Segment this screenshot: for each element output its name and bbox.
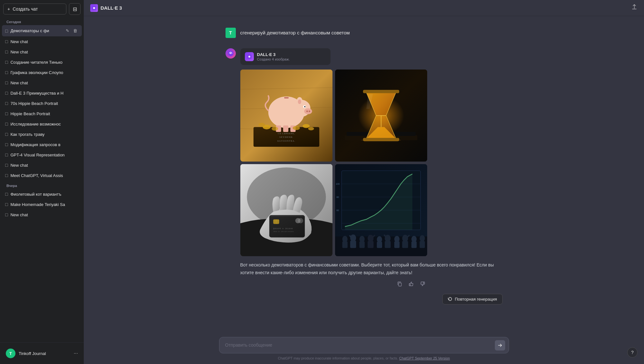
input-wrapper [219,337,509,354]
new-chat-label: Создать чат [13,6,38,12]
generated-image-4[interactable]: 100 80 60 [335,164,427,256]
svg-rect-91 [409,284,410,286]
thumbs-up-button[interactable] [407,280,416,289]
svg-rect-90 [399,283,401,286]
sidebar-item-modif[interactable]: □ Модификация запросов в [2,139,82,150]
svg-rect-85 [419,241,425,248]
regenerate-button[interactable]: Повторная генерация [442,294,503,304]
disclaimer-text: ChatGPT may produce inaccurate informati… [278,356,398,360]
svg-point-30 [308,127,314,130]
assistant-avatar [226,48,236,59]
svg-text:100: 100 [336,183,340,185]
sidebar-item-teriyaki[interactable]: □ Make Homemade Teriyaki Sa [2,199,82,210]
chat-icon: □ [5,212,8,217]
help-button[interactable]: ? [627,347,638,358]
svg-rect-25 [283,126,288,132]
edit-chat-button[interactable]: ✎ [64,28,71,34]
user-profile[interactable]: T Tinkoff Journal ··· [3,346,81,361]
user-menu-button[interactable]: ··· [74,350,78,356]
sidebar-list: Сегодня □ Демотиваторы с фи ✎ 🗑 □ New ch… [0,17,84,342]
svg-point-29 [303,124,310,128]
assistant-message: DALL·E 3 Создано 4 изображ. [219,43,509,294]
chat-icon: □ [5,80,8,85]
section-today-label: Сегодня [2,17,82,25]
chat-icon: □ [5,70,8,75]
sidebar-item-new-1[interactable]: □ New chat [2,36,82,47]
send-button[interactable] [495,340,505,350]
sidebar-item-70s[interactable]: □ 70s Hippie Beach Portrait [2,98,82,108]
chat-item-label: New chat [10,80,79,85]
chat-item-label: New chat [10,212,79,217]
svg-rect-79 [394,241,399,248]
sidebar-item-violet[interactable]: □ Фиолетовый кот вариантъ [2,189,82,199]
sidebar-item-grass[interactable]: □ Как трогать траву [2,129,82,139]
header-title: DALL·E 3 [90,4,122,12]
sidebar-item-grafika[interactable]: □ Графика эволюции Слоупо [2,67,82,78]
sidebar-item-dalle[interactable]: □ Dall-E 3 Преимущества и Н [2,88,82,98]
user-name: Tinkoff Journal [19,351,71,356]
svg-point-1 [93,7,95,9]
sidebar-item-new-5[interactable]: □ New chat [2,210,82,220]
assistant-response-text: Вот несколько демотиваторов с финансовым… [240,261,503,277]
generated-image-1[interactable]: СЕ СБРЕЕРА, SEYDENИ. БАVОONTRА. [240,70,332,162]
chat-icon: □ [5,60,8,65]
new-chat-button[interactable]: + Создать чат [3,4,66,14]
share-button[interactable] [631,4,638,12]
svg-text:60: 60 [336,209,339,212]
sidebar-item-gpt4[interactable]: □ GPT-4 Visual Representation [2,150,82,160]
svg-point-78 [394,236,399,242]
version-link[interactable]: ChatGPT September 25 Version [399,356,450,360]
user-message-inner: T сгенерируй демотиватор с финансовым со… [226,28,503,38]
chat-icon: □ [5,142,8,147]
chat-icon: □ [5,132,8,137]
generated-image-3[interactable]: ДОКАРЛ А 261040 РЯЛОУ 10: НАЯ НАГН НРАТИ… [240,164,332,256]
svg-point-28 [258,123,265,126]
chat-icon: □ [5,39,8,44]
svg-rect-92 [424,282,425,284]
section-yesterday-label: Вчера [2,181,82,189]
svg-point-18 [308,110,310,112]
sidebar-item-new-3[interactable]: □ New chat [2,78,82,88]
svg-rect-69 [350,241,356,248]
svg-rect-77 [385,241,390,248]
sidebar-item-demotivatory[interactable]: □ Демотиваторы с фи ✎ 🗑 [2,25,82,36]
svg-rect-23 [284,97,288,98]
main-header: DALL·E 3 [84,0,644,16]
svg-text:80: 80 [336,196,339,199]
generated-images-grid: СЕ СБРЕЕРА, SEYDENИ. БАVОONTRА. [240,70,427,256]
svg-point-84 [419,235,425,242]
sidebar-item-meet[interactable]: □ Meet ChatGPT, Virtual Assis [2,170,82,181]
delete-chat-button[interactable]: 🗑 [72,28,79,34]
chat-item-label: New chat [10,39,79,44]
copy-message-button[interactable] [395,280,404,289]
chat-icon: □ [5,28,8,33]
sidebar-item-new-2[interactable]: □ New chat [2,47,82,57]
sidebar-item-research[interactable]: □ Исследование возможнос [2,119,82,129]
sidebar-item-new-4[interactable]: □ New chat [2,160,82,170]
plus-icon: + [7,6,10,12]
messages-container: T сгенерируй демотиватор с финансовым со… [84,16,644,333]
assistant-content: DALL·E 3 Создано 4 изображ. [240,48,503,289]
dalle-header-icon [90,4,98,12]
chat-icon: □ [5,152,8,157]
svg-text:ДОКАРЛ А 261040: ДОКАРЛ А 261040 [273,228,293,229]
message-input[interactable] [219,337,509,353]
user-message: T сгенерируй демотиватор с финансовым со… [219,23,509,43]
avatar: T [6,349,15,358]
svg-text:БАVОONTRА.: БАVОONTRА. [277,140,295,142]
chat-icon: □ [5,90,8,96]
sidebar-item-hippie[interactable]: □ Hippie Beach Portrait [2,108,82,119]
chat-item-label: Dall-E 3 Преимущества и Н [10,91,79,96]
dalle-card: DALL·E 3 Создано 4 изображ. [240,48,331,65]
user-message-avatar: T [226,28,236,38]
header-title-text: DALL·E 3 [101,5,122,11]
sidebar-item-sozdanie[interactable]: □ Создание читателя Тинько [2,57,82,67]
thumbs-down-button[interactable] [418,280,427,289]
generated-image-2[interactable] [335,70,427,162]
svg-point-5 [248,56,250,58]
sidebar-toggle-button[interactable]: ⊟ [69,3,81,15]
chat-item-label: Модификация запросов в [10,142,79,147]
svg-rect-37 [363,90,399,93]
chat-icon: □ [5,191,8,197]
svg-rect-81 [402,241,408,248]
